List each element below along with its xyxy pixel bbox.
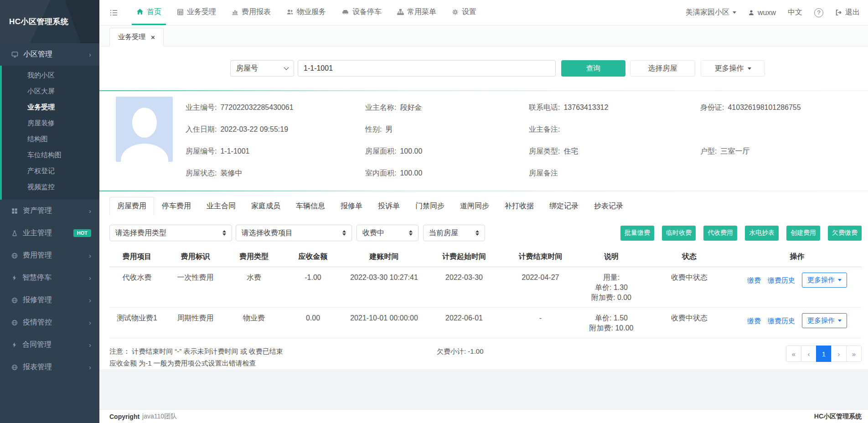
sidebar-item-house-decoration[interactable]: 房屋装修	[2, 115, 99, 131]
logout-button[interactable]: 退出	[835, 8, 860, 17]
tab-parking-fee[interactable]: 停车费用	[154, 197, 199, 216]
close-icon[interactable]: ×	[151, 34, 155, 41]
topbar-right: 美满家园小区 wuxw 中文 ? 退出	[686, 8, 860, 17]
page-prev-button[interactable]: ‹	[801, 346, 816, 362]
tab-binding-record[interactable]: 绑定记录	[542, 197, 586, 216]
chevron-right-icon: ›	[89, 364, 91, 371]
col-amount: 应收金额	[282, 249, 344, 267]
tab-family-members[interactable]: 家庭成员	[243, 197, 288, 216]
nav-tab-property-service[interactable]: 物业服务	[282, 0, 331, 25]
row-more-actions-button[interactable]: 更多操作	[802, 313, 847, 328]
user-menu[interactable]: wuxw	[748, 9, 776, 17]
collect-fee-button[interactable]: 代收费用	[703, 226, 737, 241]
sidebar-item-asset-mgmt[interactable]: 资产管理 ›	[0, 200, 99, 222]
sidebar-item-contract-mgmt[interactable]: 合同管理 ›	[0, 334, 99, 356]
nav-tab-business[interactable]: 业务受理	[172, 0, 221, 25]
menu-toggle-icon[interactable]	[109, 9, 118, 16]
sidebar-item-structure-map[interactable]: 结构图	[2, 131, 99, 147]
fee-state-select[interactable]: 收费中	[356, 225, 418, 241]
more-actions-button[interactable]: 更多操作	[701, 60, 765, 77]
nav-tab-label: 设置	[462, 7, 476, 17]
sidebar-item-my-community[interactable]: 我的小区	[2, 67, 99, 83]
pay-link[interactable]: 缴费	[747, 275, 761, 285]
tab-owner-contract[interactable]: 业主合同	[199, 197, 243, 216]
field-house-no: 房屋编号:1-1-1001	[186, 147, 365, 156]
sidebar-item-business-acceptance[interactable]: 业务受理	[2, 99, 99, 115]
hot-badge: HOT	[73, 229, 91, 237]
nav-tab-label: 费用报表	[242, 7, 271, 17]
globe-icon	[11, 297, 18, 304]
sidebar-item-smart-parking[interactable]: 智慧停车 ›	[0, 267, 99, 289]
scope-select[interactable]: 当前房屋	[423, 225, 485, 241]
page-first-button[interactable]: «	[786, 346, 801, 362]
sidebar-item-report-mgmt[interactable]: 报表管理 ›	[0, 356, 99, 378]
create-fee-button[interactable]: 创建费用	[786, 226, 820, 241]
nav-tab-fee-report[interactable]: 费用报表	[227, 0, 275, 25]
arrears-pay-button[interactable]: 欠费缴费	[828, 226, 862, 241]
page-last-button[interactable]: »	[846, 346, 862, 362]
topbar: 首页 业务受理 费用报表 物业服务 设备停车 常用菜单	[99, 0, 868, 26]
page-footer: Copyright java110团队 HC小区管理系统	[99, 409, 868, 423]
pay-history-link[interactable]: 缴费历史	[768, 316, 795, 326]
sidebar-item-epidemic-control[interactable]: 疫情管控 ›	[0, 311, 99, 334]
chevron-right-icon: ›	[89, 51, 91, 58]
page-number-button[interactable]: 1	[816, 346, 832, 362]
page-next-button[interactable]: ›	[831, 346, 847, 362]
select-arrows-icon	[222, 230, 226, 236]
sidebar-item-parking-structure-map[interactable]: 车位结构图	[2, 147, 99, 163]
tab-gate-sync[interactable]: 道闸同步	[452, 197, 497, 216]
tab-reprint-receipt[interactable]: 补打收据	[497, 197, 542, 216]
bar-chart-icon	[232, 9, 238, 15]
tab-meter-record[interactable]: 抄表记录	[586, 197, 631, 216]
pay-link[interactable]: 缴费	[747, 316, 761, 326]
search-type-select[interactable]: 房屋号	[230, 60, 294, 77]
app-logo: HC小区管理系统	[0, 0, 99, 43]
chevron-right-icon: ›	[89, 207, 91, 214]
sidebar-item-owner-mgmt[interactable]: 业主管理 HOT	[0, 222, 99, 244]
help-icon[interactable]: ?	[814, 8, 823, 17]
choose-house-button[interactable]: 选择房屋	[630, 60, 695, 77]
fee-description: 单价: 1.50附加费: 10.00	[577, 308, 646, 338]
fee-table: 费用项目 费用标识 费用类型 应收金额 建账时间 计费起始时间 计费结束时间 说…	[109, 249, 862, 338]
tab-access-sync[interactable]: 门禁同步	[408, 197, 452, 216]
search-input[interactable]	[298, 60, 556, 77]
chevron-down-icon	[284, 65, 289, 70]
batch-pay-button[interactable]: 批量缴费	[620, 226, 654, 241]
row-more-actions-button[interactable]: 更多操作	[802, 273, 847, 288]
temp-charge-button[interactable]: 临时收费	[662, 226, 696, 241]
nav-tab-device-parking[interactable]: 设备停车	[337, 0, 386, 25]
username: wuxw	[758, 9, 776, 17]
filter-row: 请选择费用类型 请选择收费项目 收费中 当前房屋 批量缴费 临时收费 代收费用 …	[109, 225, 862, 241]
tab-house-fee[interactable]: 房屋费用	[109, 197, 154, 216]
sidebar-item-fee-mgmt[interactable]: 费用管理 ›	[0, 244, 99, 267]
nav-tab-home[interactable]: 首页	[132, 0, 166, 25]
nav-tab-settings[interactable]: 设置	[447, 0, 481, 25]
sidebar-item-label: 报表管理	[23, 362, 52, 372]
table-row: 代收水费 一次性费用 水费 -1.00 2022-03-30 10:27:41 …	[109, 267, 862, 308]
field-phone: 联系电话:13763413312	[529, 103, 700, 113]
meter-reading-button[interactable]: 水电抄表	[745, 226, 779, 241]
tab-vehicle-info[interactable]: 车辆信息	[288, 197, 333, 216]
language-switch[interactable]: 中文	[788, 8, 802, 17]
chevron-right-icon: ›	[89, 341, 91, 348]
sidebar-item-video-monitor[interactable]: 视频监控	[2, 179, 99, 195]
sidebar-item-repair-mgmt[interactable]: 报修管理 ›	[0, 289, 99, 311]
sidebar-item-big-screen[interactable]: 小区大屏	[2, 83, 99, 99]
nav-tab-common-menu[interactable]: 常用菜单	[393, 0, 441, 25]
sidebar-item-property-registration[interactable]: 产权登记	[2, 163, 99, 179]
users-icon	[286, 9, 294, 15]
community-selector[interactable]: 美满家园小区	[686, 8, 736, 17]
tab-repair-order[interactable]: 报修单	[333, 197, 370, 216]
sidebar-item-label: 疫情管控	[23, 318, 52, 327]
bolt-icon	[11, 275, 17, 281]
field-house-type: 房屋类型:住宅	[529, 147, 700, 156]
tab-complaint-order[interactable]: 投诉单	[370, 197, 408, 216]
sidebar-item-community-mgmt[interactable]: 小区管理 ›	[0, 43, 99, 66]
nav-tab-label: 首页	[147, 7, 161, 17]
query-button[interactable]: 查询	[561, 60, 625, 77]
pay-history-link[interactable]: 缴费历史	[768, 275, 795, 285]
fee-item-select[interactable]: 请选择收费项目	[236, 225, 352, 241]
tab-business-acceptance[interactable]: 业务受理 ×	[109, 28, 164, 46]
field-gender: 性别:男	[365, 125, 529, 134]
fee-type-select[interactable]: 请选择费用类型	[109, 225, 232, 241]
